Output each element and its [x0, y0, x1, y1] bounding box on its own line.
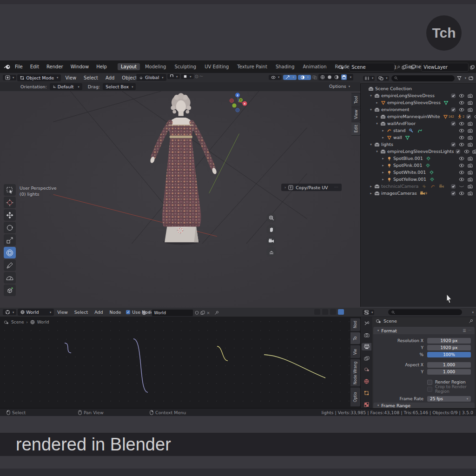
tab-world[interactable]	[362, 377, 371, 385]
gizmo-minus-x[interactable]	[230, 99, 233, 102]
aspect-y-field[interactable]: 1.000	[427, 369, 471, 375]
pin-icon[interactable]	[469, 319, 473, 324]
editor-type-button[interactable]: ▾	[3, 309, 16, 315]
selectable-checkbox[interactable]	[449, 191, 457, 196]
hide-viewport-toggle[interactable]	[457, 163, 466, 168]
expand-arrow-icon[interactable]: ▸	[380, 129, 386, 132]
workspace-tab-texture-paint[interactable]: Texture Paint	[234, 63, 271, 70]
selectable-checkbox[interactable]	[449, 184, 457, 189]
selectable-checkbox[interactable]	[449, 93, 457, 98]
shader-sidetab-options[interactable]: Optio	[350, 387, 361, 407]
mannequin-figure[interactable]	[150, 93, 218, 226]
shader-sidetab-node[interactable]: Nod	[350, 318, 361, 331]
gizmos-toggle-icon[interactable]: ▾	[283, 75, 296, 80]
hide-viewport-toggle[interactable]	[457, 121, 466, 126]
workspace-tab-modeling[interactable]: Modeling	[142, 63, 170, 70]
selectable-checkbox[interactable]	[449, 107, 457, 112]
disable-render-toggle[interactable]	[466, 177, 474, 182]
selectable-checkbox[interactable]	[449, 121, 457, 126]
hide-viewport-toggle[interactable]	[457, 191, 466, 196]
disable-render-toggle[interactable]	[466, 170, 474, 175]
disable-render-toggle[interactable]	[466, 93, 474, 98]
disable-render-toggle[interactable]	[466, 100, 474, 105]
menu-file[interactable]: File	[12, 63, 26, 70]
sh-menu-node[interactable]: Node	[106, 309, 125, 316]
hide-viewport-toggle[interactable]	[457, 184, 466, 189]
material-shading-icon[interactable]	[334, 75, 339, 79]
tool-add-cube-button[interactable]	[4, 284, 16, 296]
mode-select[interactable]: Object Mode▾	[17, 74, 61, 81]
disable-render-toggle[interactable]	[466, 184, 474, 189]
split-icon[interactable]	[314, 309, 320, 315]
outliner-row[interactable]: ▸SpotYellow.001	[360, 176, 476, 183]
overlay-icon[interactable]	[330, 309, 336, 315]
vp-menu-view[interactable]: View	[62, 74, 79, 81]
pin-icon[interactable]	[214, 311, 219, 315]
pin-icon[interactable]	[396, 65, 400, 70]
hide-viewport-toggle[interactable]	[473, 114, 476, 119]
chevron-down-icon[interactable]: ▾	[465, 76, 466, 80]
disable-render-toggle[interactable]	[471, 149, 476, 154]
format-panel-header[interactable]: ▾Format☰···	[373, 327, 475, 334]
viewport-sidetab-view[interactable]: View	[351, 107, 360, 121]
resolution-pct-slider[interactable]: 100%	[427, 352, 471, 357]
resolution-y-field[interactable]: 1920 px	[427, 345, 471, 350]
outliner-display-mode[interactable]: ▾	[363, 76, 375, 81]
frame-rate-select[interactable]: 25 fps▾	[427, 396, 471, 402]
collapse-arrow-icon[interactable]: ▾	[368, 108, 374, 112]
tool-annotate-button[interactable]	[4, 259, 16, 271]
menu-render[interactable]: Render	[43, 63, 66, 70]
hide-viewport-toggle[interactable]	[457, 100, 466, 105]
outliner-row[interactable]: ▸technicalCamera	[360, 183, 476, 190]
outliner-row[interactable]: ▸SpotPink.001	[360, 162, 476, 169]
workspace-tab-sculpting[interactable]: Sculpting	[171, 63, 199, 70]
outliner-row[interactable]: ▸wall	[360, 134, 476, 141]
shader-sidetab-view[interactable]: Vie	[350, 345, 361, 358]
hide-viewport-toggle[interactable]	[457, 177, 466, 182]
collapse-arrow-icon[interactable]: ▾	[368, 94, 374, 98]
outliner-row[interactable]: ▸stand	[360, 127, 476, 134]
expand-arrow-icon[interactable]: ▸	[380, 164, 386, 167]
tab-render[interactable]	[362, 331, 371, 339]
expand-arrow-icon[interactable]: ▸	[380, 171, 386, 174]
outliner-row[interactable]: ▾lights	[360, 141, 476, 148]
editor-type-button[interactable]: ▾	[363, 310, 374, 315]
chevron-down-icon[interactable]: ▾	[418, 66, 420, 69]
solid-shading-icon[interactable]	[327, 75, 332, 79]
outliner-row[interactable]: ▾wallAndFloor	[360, 120, 476, 127]
menu-edit[interactable]: Edit	[27, 63, 42, 70]
selectable-checkbox[interactable]	[464, 114, 473, 119]
shader-editor[interactable]: ▾Texture Coordinate Generated Normal UV …	[0, 308, 360, 409]
collapse-arrow-icon[interactable]: ▾	[368, 143, 374, 146]
expand-arrow-icon[interactable]: ▸	[368, 185, 374, 188]
proportional-edit-icon[interactable]: ▾	[181, 74, 193, 79]
tool-select-box-button[interactable]	[4, 184, 16, 196]
selectable-checkbox[interactable]	[449, 142, 457, 147]
orthographic-toggle-button[interactable]	[266, 247, 276, 257]
collapse-arrow-icon[interactable]: ▾	[374, 150, 380, 153]
workspace-tab-animation[interactable]: Animation	[300, 63, 330, 70]
expand-arrow-icon[interactable]: ▸	[374, 115, 380, 119]
wireframe-shading-icon[interactable]	[320, 75, 325, 79]
hide-viewport-toggle[interactable]	[457, 93, 466, 98]
selectable-checkbox[interactable]	[454, 149, 463, 154]
hide-viewport-toggle[interactable]	[457, 135, 466, 140]
tab-tool[interactable]	[362, 320, 371, 327]
chevron-down-icon[interactable]: ▾	[472, 311, 474, 314]
outliner-row[interactable]: ▾empireLongSleeveDress	[360, 92, 476, 99]
outliner-row[interactable]: ▸imagesCameras9	[360, 190, 476, 197]
disable-render-toggle[interactable]	[466, 128, 474, 133]
shader-sidetab-node-wrangler[interactable]: Node Wrang	[350, 359, 361, 387]
pan-hand-button[interactable]	[266, 225, 276, 234]
orientation-value-select[interactable]: Default▾	[50, 83, 82, 90]
outliner-row[interactable]: ▸SpotBlue.001	[360, 155, 476, 162]
expand-arrow-icon[interactable]: ▸	[374, 101, 380, 105]
new-collection-icon[interactable]	[469, 76, 473, 80]
outliner-row[interactable]: ▾environment	[360, 106, 476, 113]
workspace-tab-layout[interactable]: Layout	[118, 63, 140, 70]
render-region-checkbox[interactable]	[427, 380, 432, 385]
vp-menu-select[interactable]: Select	[80, 74, 101, 81]
show-gizmo-icon[interactable]: ▾	[269, 75, 282, 80]
xray-toggle-icon[interactable]	[312, 75, 317, 79]
disable-render-toggle[interactable]	[466, 163, 474, 168]
